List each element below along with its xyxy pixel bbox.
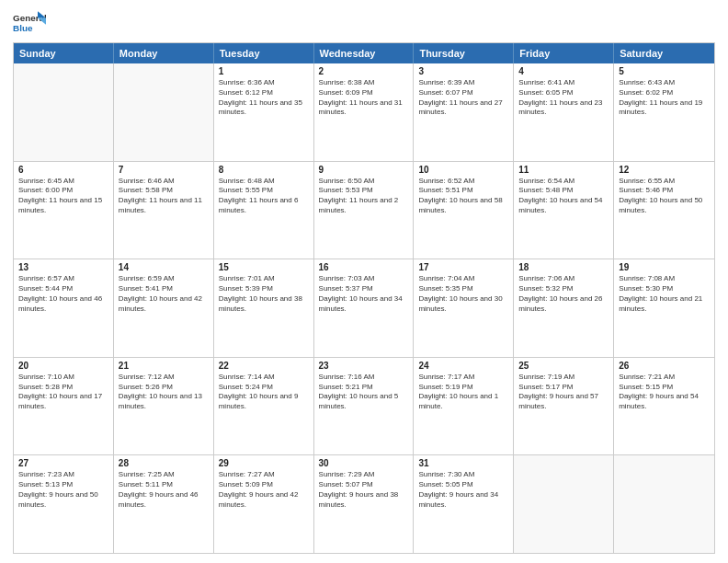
day-of-week-header: Saturday (614, 43, 714, 63)
calendar-cell: 27Sunrise: 7:23 AM Sunset: 5:13 PM Dayli… (14, 455, 114, 553)
day-number: 27 (18, 458, 108, 468)
calendar-cell: 8Sunrise: 6:48 AM Sunset: 5:55 PM Daylig… (214, 162, 314, 259)
day-number: 12 (619, 165, 710, 175)
day-number: 20 (18, 361, 108, 371)
day-number: 6 (18, 165, 108, 175)
calendar-cell: 7Sunrise: 6:46 AM Sunset: 5:58 PM Daylig… (114, 162, 214, 259)
calendar-cell (514, 455, 614, 553)
header: General Blue (13, 9, 715, 35)
day-number: 2 (319, 66, 409, 76)
day-number: 11 (518, 165, 609, 175)
day-number: 21 (119, 361, 209, 371)
day-info: Sunrise: 6:57 AM Sunset: 5:44 PM Dayligh… (18, 274, 108, 314)
calendar-cell: 30Sunrise: 7:29 AM Sunset: 5:07 PM Dayli… (314, 455, 415, 553)
day-number: 5 (619, 66, 710, 76)
calendar-cell: 25Sunrise: 7:19 AM Sunset: 5:17 PM Dayli… (514, 358, 614, 455)
calendar: SundayMondayTuesdayWednesdayThursdayFrid… (13, 42, 715, 554)
day-of-week-header: Monday (114, 43, 214, 63)
day-info: Sunrise: 7:16 AM Sunset: 5:21 PM Dayligh… (319, 373, 409, 412)
day-info: Sunrise: 6:41 AM Sunset: 6:05 PM Dayligh… (518, 78, 609, 118)
day-number: 15 (219, 262, 309, 272)
calendar-cell: 3Sunrise: 6:39 AM Sunset: 6:07 PM Daylig… (414, 63, 514, 161)
logo-icon: General Blue (13, 9, 46, 35)
calendar-cell: 9Sunrise: 6:50 AM Sunset: 5:53 PM Daylig… (314, 162, 415, 259)
day-info: Sunrise: 7:14 AM Sunset: 5:24 PM Dayligh… (219, 373, 309, 412)
calendar-cell: 19Sunrise: 7:08 AM Sunset: 5:30 PM Dayli… (614, 259, 714, 357)
day-number: 26 (619, 361, 710, 371)
day-number: 22 (219, 361, 309, 371)
calendar-row: 6Sunrise: 6:45 AM Sunset: 6:00 PM Daylig… (14, 161, 714, 259)
calendar-cell: 18Sunrise: 7:06 AM Sunset: 5:32 PM Dayli… (514, 259, 614, 357)
day-info: Sunrise: 6:48 AM Sunset: 5:55 PM Dayligh… (219, 177, 309, 216)
calendar-cell: 17Sunrise: 7:04 AM Sunset: 5:35 PM Dayli… (414, 259, 514, 357)
day-info: Sunrise: 6:45 AM Sunset: 6:00 PM Dayligh… (18, 177, 108, 216)
day-info: Sunrise: 7:21 AM Sunset: 5:15 PM Dayligh… (619, 373, 710, 412)
svg-text:Blue: Blue (13, 23, 33, 33)
calendar-cell: 26Sunrise: 7:21 AM Sunset: 5:15 PM Dayli… (614, 358, 714, 455)
calendar-cell: 11Sunrise: 6:54 AM Sunset: 5:48 PM Dayli… (514, 162, 614, 259)
calendar-cell: 28Sunrise: 7:25 AM Sunset: 5:11 PM Dayli… (114, 455, 214, 553)
day-of-week-header: Friday (514, 43, 614, 63)
day-number: 23 (319, 361, 409, 371)
calendar-body: 1Sunrise: 6:36 AM Sunset: 6:12 PM Daylig… (14, 63, 714, 553)
day-info: Sunrise: 7:08 AM Sunset: 5:30 PM Dayligh… (619, 274, 710, 314)
day-info: Sunrise: 6:38 AM Sunset: 6:09 PM Dayligh… (319, 78, 409, 118)
day-number: 31 (418, 458, 508, 468)
day-info: Sunrise: 7:25 AM Sunset: 5:11 PM Dayligh… (119, 470, 209, 510)
calendar-cell (614, 455, 714, 553)
day-of-week-header: Wednesday (314, 43, 415, 63)
day-number: 3 (418, 66, 508, 76)
calendar-cell (14, 63, 114, 161)
day-number: 18 (518, 262, 609, 272)
day-number: 24 (418, 361, 508, 371)
day-number: 28 (119, 458, 209, 468)
calendar-cell: 20Sunrise: 7:10 AM Sunset: 5:28 PM Dayli… (14, 358, 114, 455)
day-info: Sunrise: 7:06 AM Sunset: 5:32 PM Dayligh… (518, 274, 609, 314)
day-info: Sunrise: 7:01 AM Sunset: 5:39 PM Dayligh… (219, 274, 309, 314)
calendar-cell: 10Sunrise: 6:52 AM Sunset: 5:51 PM Dayli… (414, 162, 514, 259)
page: General Blue SundayMondayTuesdayWednesda… (0, 0, 728, 563)
day-info: Sunrise: 6:55 AM Sunset: 5:46 PM Dayligh… (619, 177, 710, 216)
day-info: Sunrise: 7:19 AM Sunset: 5:17 PM Dayligh… (518, 373, 609, 412)
day-number: 10 (418, 165, 508, 175)
calendar-cell: 4Sunrise: 6:41 AM Sunset: 6:05 PM Daylig… (514, 63, 614, 161)
calendar-cell: 16Sunrise: 7:03 AM Sunset: 5:37 PM Dayli… (314, 259, 415, 357)
day-info: Sunrise: 7:04 AM Sunset: 5:35 PM Dayligh… (418, 274, 508, 314)
day-info: Sunrise: 6:52 AM Sunset: 5:51 PM Dayligh… (418, 177, 508, 216)
calendar-cell: 29Sunrise: 7:27 AM Sunset: 5:09 PM Dayli… (214, 455, 314, 553)
day-number: 30 (319, 458, 409, 468)
calendar-row: 20Sunrise: 7:10 AM Sunset: 5:28 PM Dayli… (14, 357, 714, 455)
day-info: Sunrise: 6:36 AM Sunset: 6:12 PM Dayligh… (219, 78, 309, 118)
day-info: Sunrise: 6:46 AM Sunset: 5:58 PM Dayligh… (119, 177, 209, 216)
day-info: Sunrise: 6:43 AM Sunset: 6:02 PM Dayligh… (619, 78, 710, 118)
calendar-cell: 2Sunrise: 6:38 AM Sunset: 6:09 PM Daylig… (314, 63, 415, 161)
calendar-cell: 12Sunrise: 6:55 AM Sunset: 5:46 PM Dayli… (614, 162, 714, 259)
calendar-cell: 31Sunrise: 7:30 AM Sunset: 5:05 PM Dayli… (414, 455, 514, 553)
day-info: Sunrise: 7:23 AM Sunset: 5:13 PM Dayligh… (18, 470, 108, 510)
calendar-cell: 5Sunrise: 6:43 AM Sunset: 6:02 PM Daylig… (614, 63, 714, 161)
calendar-cell: 6Sunrise: 6:45 AM Sunset: 6:00 PM Daylig… (14, 162, 114, 259)
day-info: Sunrise: 7:29 AM Sunset: 5:07 PM Dayligh… (319, 470, 409, 510)
day-info: Sunrise: 6:39 AM Sunset: 6:07 PM Dayligh… (418, 78, 508, 118)
day-of-week-header: Tuesday (214, 43, 314, 63)
calendar-row: 27Sunrise: 7:23 AM Sunset: 5:13 PM Dayli… (14, 454, 714, 553)
day-number: 25 (518, 361, 609, 371)
day-number: 14 (119, 262, 209, 272)
day-info: Sunrise: 6:59 AM Sunset: 5:41 PM Dayligh… (119, 274, 209, 314)
day-number: 8 (219, 165, 309, 175)
day-number: 29 (219, 458, 309, 468)
day-number: 4 (518, 66, 609, 76)
calendar-cell: 21Sunrise: 7:12 AM Sunset: 5:26 PM Dayli… (114, 358, 214, 455)
calendar-cell: 24Sunrise: 7:17 AM Sunset: 5:19 PM Dayli… (414, 358, 514, 455)
calendar-cell: 13Sunrise: 6:57 AM Sunset: 5:44 PM Dayli… (14, 259, 114, 357)
calendar-cell: 14Sunrise: 6:59 AM Sunset: 5:41 PM Dayli… (114, 259, 214, 357)
day-info: Sunrise: 7:03 AM Sunset: 5:37 PM Dayligh… (319, 274, 409, 314)
day-info: Sunrise: 7:12 AM Sunset: 5:26 PM Dayligh… (119, 373, 209, 412)
day-number: 13 (18, 262, 108, 272)
calendar-header: SundayMondayTuesdayWednesdayThursdayFrid… (14, 43, 714, 63)
day-info: Sunrise: 7:27 AM Sunset: 5:09 PM Dayligh… (219, 470, 309, 510)
day-info: Sunrise: 7:30 AM Sunset: 5:05 PM Dayligh… (418, 470, 508, 510)
calendar-cell: 15Sunrise: 7:01 AM Sunset: 5:39 PM Dayli… (214, 259, 314, 357)
calendar-cell: 22Sunrise: 7:14 AM Sunset: 5:24 PM Dayli… (214, 358, 314, 455)
day-info: Sunrise: 7:10 AM Sunset: 5:28 PM Dayligh… (18, 373, 108, 412)
